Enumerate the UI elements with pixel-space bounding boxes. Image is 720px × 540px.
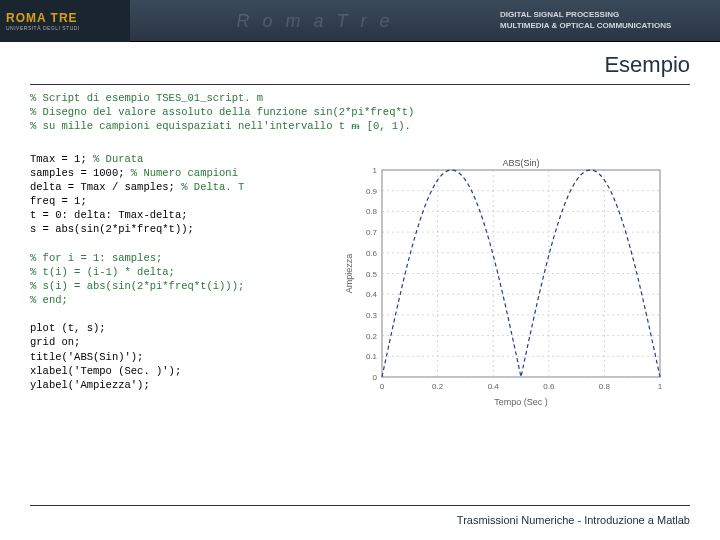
code-body: Tmax = 1; % Durata samples = 1000; % Num… bbox=[30, 152, 330, 416]
svg-text:0.7: 0.7 bbox=[366, 228, 378, 237]
svg-text:0.4: 0.4 bbox=[488, 382, 500, 391]
chart-panel: 00.20.40.60.8100.10.20.30.40.50.60.70.80… bbox=[340, 152, 690, 416]
svg-text:0.2: 0.2 bbox=[366, 331, 378, 340]
svg-text:0.5: 0.5 bbox=[366, 269, 378, 278]
svg-text:0.1: 0.1 bbox=[366, 352, 378, 361]
footer-text: Trasmissioni Numeriche - Introduzione a … bbox=[457, 514, 690, 526]
code-block-3: plot (t, s); grid on; title('ABS(Sin)');… bbox=[30, 321, 330, 392]
header-banner: ROMA TRE UNIVERSITÀ DEGLI STUDI R o m a … bbox=[0, 0, 720, 42]
logo-roma-tre: ROMA TRE UNIVERSITÀ DEGLI STUDI bbox=[0, 0, 130, 42]
abs-sin-chart: 00.20.40.60.8100.10.20.30.40.50.60.70.80… bbox=[340, 152, 670, 412]
svg-text:0.6: 0.6 bbox=[366, 248, 378, 257]
svg-text:0.8: 0.8 bbox=[599, 382, 611, 391]
header-watermark: R o m a T r e bbox=[130, 0, 500, 42]
header-right-text: DIGITAL SIGNAL PROCESSING MULTIMEDIA & O… bbox=[500, 10, 720, 31]
code-block-1: Tmax = 1; % Durata samples = 1000; % Num… bbox=[30, 152, 330, 237]
svg-text:Ampiezza: Ampiezza bbox=[344, 253, 354, 293]
svg-text:ABS(Sin): ABS(Sin) bbox=[502, 158, 539, 168]
svg-text:0.4: 0.4 bbox=[366, 290, 378, 299]
svg-text:0: 0 bbox=[380, 382, 385, 391]
svg-text:0.9: 0.9 bbox=[366, 186, 378, 195]
svg-text:1: 1 bbox=[373, 166, 378, 175]
code-block-2: % for i = 1: samples; % t(i) = (i-1) * d… bbox=[30, 251, 330, 308]
svg-text:0.3: 0.3 bbox=[366, 310, 378, 319]
svg-text:0.6: 0.6 bbox=[543, 382, 555, 391]
page-title: Esempio bbox=[604, 52, 690, 78]
svg-text:1: 1 bbox=[658, 382, 663, 391]
code-comment-header: % Script di esempio TSES_01_script. m % … bbox=[30, 91, 690, 134]
svg-text:0.8: 0.8 bbox=[366, 207, 378, 216]
svg-text:0: 0 bbox=[373, 373, 378, 382]
svg-text:Tempo (Sec ): Tempo (Sec ) bbox=[494, 397, 548, 407]
divider-bottom bbox=[30, 505, 690, 506]
svg-text:0.2: 0.2 bbox=[432, 382, 444, 391]
